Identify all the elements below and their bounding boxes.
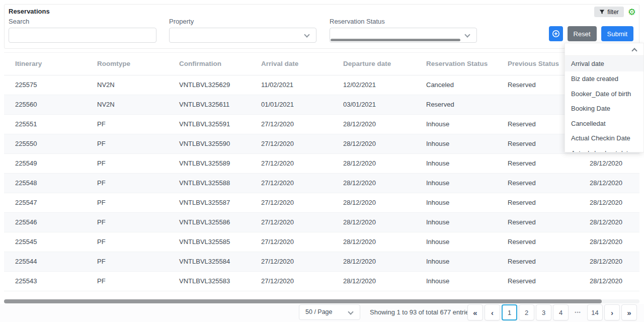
table-cell: Inhouse <box>415 212 497 232</box>
table-cell: 27/12/2020 <box>250 271 332 291</box>
table-cell: 28/12/2020 <box>579 153 639 173</box>
column-header: Confirmation <box>168 53 250 75</box>
table-cell: 225547 <box>4 193 86 212</box>
prev-page-button[interactable]: ‹ <box>485 304 500 320</box>
table-cell: 28/12/2020 <box>332 134 415 153</box>
table-row[interactable]: 225546PFVNTLBVL32558627/12/202028/12/202… <box>4 212 639 232</box>
table-cell: Inhouse <box>415 114 497 134</box>
table-cell: VNTLBVL325584 <box>168 252 250 271</box>
table-cell: 28/12/2020 <box>332 271 415 291</box>
table-cell: NV2N <box>86 75 168 95</box>
table-cell: 01/01/2021 <box>250 95 332 114</box>
table-row[interactable]: 225560NV2NVNTLBVL32561101/01/202103/01/2… <box>4 95 639 114</box>
column-dropdown-item[interactable]: Actual checkout date <box>565 146 643 153</box>
page-title: Reservations <box>9 8 50 15</box>
table-cell: 27/12/2020 <box>250 134 332 153</box>
table-cell: PF <box>86 212 168 232</box>
table-cell: Inhouse <box>415 232 497 252</box>
submit-button[interactable]: Submit <box>601 26 633 41</box>
page-2-button[interactable]: 2 <box>519 304 534 320</box>
table-cell: 27/12/2020 <box>250 153 332 173</box>
table-cell: 03/01/2021 <box>332 95 415 114</box>
column-header: Itinerary <box>4 53 86 75</box>
next-page-button[interactable]: › <box>604 304 620 320</box>
gear-icon[interactable]: ⚙ <box>628 8 636 17</box>
funnel-icon <box>599 9 605 15</box>
column-dropdown-item[interactable]: Actual Checkin Date <box>565 131 643 146</box>
table-cell: Canceled <box>415 75 497 95</box>
table-cell: VNTLBVL325587 <box>168 193 250 212</box>
first-page-button[interactable]: « <box>467 304 483 320</box>
column-dropdown-item[interactable]: Booking Date <box>565 101 643 116</box>
table-row[interactable]: 225551PFVNTLBVL32559127/12/202028/12/202… <box>4 114 639 134</box>
page-14-button[interactable]: 14 <box>587 304 603 320</box>
chevron-down-icon <box>348 309 353 314</box>
table-row[interactable]: 225550PFVNTLBVL32559027/12/202028/12/202… <box>4 134 639 153</box>
table-cell: PF <box>86 153 168 173</box>
title-actions: filter ⚙ <box>594 7 636 17</box>
table-cell: 225560 <box>4 95 86 114</box>
table-header-row: ItineraryRoomtypeConfirmationArrival dat… <box>4 53 639 75</box>
add-button[interactable] <box>549 26 563 41</box>
table-cell: 27/12/2020 <box>250 114 332 134</box>
table-row[interactable]: 225549PFVNTLBVL32558927/12/202028/12/202… <box>4 153 639 173</box>
table-cell: 28/12/2020 <box>332 114 415 134</box>
table-cell: NV2N <box>86 95 168 114</box>
table-cell: 225549 <box>4 153 86 173</box>
table-cell: Reserved <box>497 173 579 193</box>
column-dropdown-header[interactable] <box>565 43 643 56</box>
table-cell: Reserved <box>497 153 579 173</box>
page-4-button[interactable]: 4 <box>553 304 569 320</box>
page-3-button[interactable]: 3 <box>536 304 551 320</box>
table-cell: Reserved <box>497 232 579 252</box>
table-row[interactable]: 225545PFVNTLBVL32558527/12/202028/12/202… <box>4 232 639 252</box>
table-cell: VNTLBVL325611 <box>168 95 250 114</box>
chevron-down-icon <box>304 32 309 37</box>
table-cell: PF <box>86 252 168 271</box>
column-dropdown-item[interactable]: Biz date created <box>565 71 643 87</box>
table-row[interactable]: 225575NV2NVNTLBVL32562911/02/202112/02/2… <box>4 75 639 95</box>
table-cell: Reserved <box>497 271 579 291</box>
table-cell: 28/12/2020 <box>579 193 639 212</box>
table-row[interactable]: 225547PFVNTLBVL32558727/12/202028/12/202… <box>4 193 639 212</box>
select-inner-scrollbar[interactable] <box>331 39 460 41</box>
table-cell: VNTLBVL325588 <box>168 173 250 193</box>
chevron-down-icon <box>464 32 470 37</box>
column-dropdown-item[interactable]: Cancelledat <box>565 116 643 131</box>
property-select[interactable] <box>169 28 316 43</box>
pager: «‹1234•••14›» <box>467 304 637 320</box>
reservations-table-card: ItineraryRoomtypeConfirmationArrival dat… <box>4 52 639 299</box>
table-cell: VNTLBVL325589 <box>168 153 250 173</box>
table-cell: 27/12/2020 <box>250 193 332 212</box>
filter-button[interactable]: filter <box>594 7 624 17</box>
reset-button[interactable]: Reset <box>568 26 597 41</box>
table-row[interactable]: 225544PFVNTLBVL32558427/12/202028/12/202… <box>4 252 639 271</box>
horizontal-scrollbar-thumb[interactable] <box>4 299 602 303</box>
table-cell: 28/12/2020 <box>332 173 415 193</box>
table-row[interactable]: 225543PFVNTLBVL32558327/12/202028/12/202… <box>4 271 639 291</box>
filter-actions: Reset Submit <box>549 26 633 41</box>
table-cell: 28/12/2020 <box>579 173 639 193</box>
table-cell: 225551 <box>4 114 86 134</box>
property-label: Property <box>169 18 316 25</box>
table-cell: PF <box>86 173 168 193</box>
column-dropdown-list: Arrival dateBiz date createdBooker_Date … <box>565 56 643 152</box>
table-cell: PF <box>86 193 168 212</box>
table-cell: Reserved <box>497 212 579 232</box>
table-cell: 225544 <box>4 252 86 271</box>
search-label: Search <box>9 18 156 25</box>
page-size-select[interactable]: 50 / Page <box>299 304 360 320</box>
table-cell: 28/12/2020 <box>332 193 415 212</box>
column-dropdown-item[interactable]: Arrival date <box>565 56 643 71</box>
table-cell: VNTLBVL325629 <box>168 75 250 95</box>
table-row[interactable]: 225548PFVNTLBVL32558827/12/202028/12/202… <box>4 173 639 193</box>
reservation-status-select[interactable] <box>330 28 477 43</box>
table-cell: 28/12/2020 <box>332 232 415 252</box>
page-1-button[interactable]: 1 <box>502 304 517 320</box>
last-page-button[interactable]: » <box>621 304 637 320</box>
search-input[interactable] <box>9 28 156 43</box>
pagination-bar: 50 / Page Showing 1 to 93 of total 677 e… <box>0 304 644 322</box>
horizontal-scrollbar[interactable] <box>4 299 639 303</box>
column-dropdown-item[interactable]: Booker_Date of birth <box>565 87 643 102</box>
reservation-status-field: Reservation Status <box>330 18 477 43</box>
